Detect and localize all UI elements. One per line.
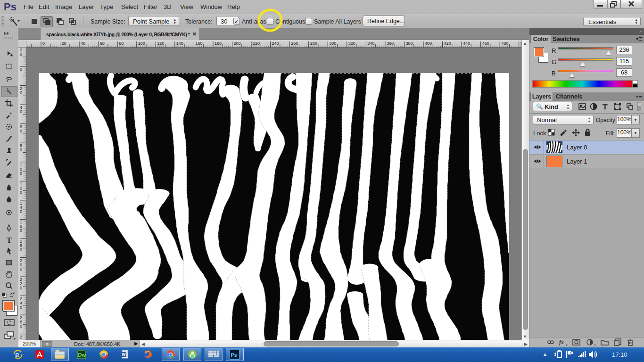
svg-text:220: 220 xyxy=(253,41,260,46)
svg-text:0: 0 xyxy=(20,190,22,195)
svg-text:20: 20 xyxy=(62,41,66,46)
svg-text:0: 0 xyxy=(20,209,22,214)
svg-text:60: 60 xyxy=(100,41,105,46)
svg-text:440: 440 xyxy=(463,41,470,46)
svg-text:80: 80 xyxy=(119,41,124,46)
svg-text:300: 300 xyxy=(329,41,336,46)
svg-text:0: 0 xyxy=(42,41,45,46)
svg-text:400: 400 xyxy=(425,41,432,46)
svg-text:w: w xyxy=(122,352,126,357)
svg-text:340: 340 xyxy=(367,41,374,46)
svg-text:0: 0 xyxy=(20,305,22,310)
svg-text:280: 280 xyxy=(310,41,317,46)
svg-text:0: 0 xyxy=(20,67,22,72)
svg-text:320: 320 xyxy=(348,41,355,46)
svg-text:e: e xyxy=(15,351,19,359)
svg-text:0: 0 xyxy=(20,247,22,252)
svg-text:fx: fx xyxy=(559,339,564,346)
svg-text:0: 0 xyxy=(20,148,22,152)
svg-text:240: 240 xyxy=(272,41,279,46)
svg-text:200: 200 xyxy=(234,41,241,46)
svg-text:160: 160 xyxy=(195,41,202,46)
svg-text:360: 360 xyxy=(387,41,394,46)
svg-text:0: 0 xyxy=(20,90,22,95)
svg-text:0: 0 xyxy=(20,324,22,329)
svg-text:40: 40 xyxy=(81,41,85,46)
svg-text:480: 480 xyxy=(501,41,508,46)
svg-text:Dw: Dw xyxy=(78,352,86,358)
svg-text:T: T xyxy=(603,103,608,111)
svg-text:0: 0 xyxy=(20,109,22,114)
svg-text:T: T xyxy=(7,236,12,244)
svg-text:0: 0 xyxy=(20,129,22,133)
svg-text:380: 380 xyxy=(405,41,413,46)
svg-text:460: 460 xyxy=(482,41,489,46)
svg-text:0: 0 xyxy=(20,52,22,57)
svg-text:100: 100 xyxy=(138,41,145,46)
svg-text:120: 120 xyxy=(157,41,164,46)
svg-text:140: 140 xyxy=(176,41,183,46)
svg-text:0: 0 xyxy=(20,267,22,272)
svg-text:260: 260 xyxy=(291,41,298,46)
svg-text:180: 180 xyxy=(215,41,222,46)
svg-text:0: 0 xyxy=(20,228,22,233)
svg-text:420: 420 xyxy=(444,41,451,46)
svg-text:Ps: Ps xyxy=(231,352,237,358)
svg-text:0: 0 xyxy=(20,171,22,176)
svg-text:0: 0 xyxy=(20,286,22,290)
